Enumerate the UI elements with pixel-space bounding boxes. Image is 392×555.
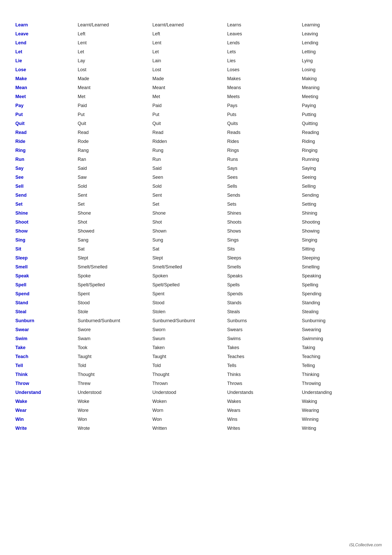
verb-col-3: Leaves bbox=[227, 29, 302, 38]
table-row: SaySaidSaidSaysSaying bbox=[15, 164, 377, 173]
verb-col-3: Sells bbox=[227, 182, 302, 191]
verb-base: Sell bbox=[15, 182, 78, 191]
table-row: SitSatSatSitsSitting bbox=[15, 245, 377, 254]
verb-col-4: Losing bbox=[302, 65, 377, 74]
verb-col-2: Lain bbox=[153, 56, 227, 65]
verb-base: Show bbox=[15, 227, 78, 236]
table-row: UnderstandUnderstoodUnderstoodUnderstand… bbox=[15, 388, 377, 397]
table-row: QuitQuitQuitQuitsQuitting bbox=[15, 119, 377, 128]
table-row: SingSangSungSingsSinging bbox=[15, 236, 377, 245]
verb-col-1: Lost bbox=[78, 65, 152, 74]
verb-col-1: Rode bbox=[78, 137, 152, 146]
verb-col-2: Spelt/Spelled bbox=[153, 280, 227, 289]
verb-base: Say bbox=[15, 164, 78, 173]
verb-col-2: Slept bbox=[153, 254, 227, 263]
verb-col-4: Sending bbox=[302, 191, 377, 200]
verb-base: Shine bbox=[15, 209, 78, 218]
verb-col-4: Swimming bbox=[302, 334, 377, 343]
table-row: StandStoodStoodStandsStanding bbox=[15, 298, 377, 307]
table-row: SellSoldSoldSellsSelling bbox=[15, 182, 377, 191]
verb-col-1: Wore bbox=[78, 406, 152, 415]
verb-col-1: Learnt/Learned bbox=[78, 20, 152, 29]
verb-col-1: Rang bbox=[78, 146, 152, 155]
table-row: SetSetSetSetsSetting bbox=[15, 200, 377, 209]
verb-col-4: Standing bbox=[302, 298, 377, 307]
verb-col-1: Let bbox=[78, 47, 152, 56]
verb-col-3: Means bbox=[227, 83, 302, 92]
verb-col-1: Understood bbox=[78, 388, 152, 397]
verb-col-4: Wearing bbox=[302, 406, 377, 415]
verb-col-4: Meeting bbox=[302, 92, 377, 101]
verb-col-2: Woken bbox=[153, 397, 227, 406]
verb-col-4: Meaning bbox=[302, 83, 377, 92]
verb-col-2: Swum bbox=[153, 334, 227, 343]
verb-base: Wake bbox=[15, 397, 78, 406]
table-row: SpellSpelt/SpelledSpelt/SpelledSpellsSpe… bbox=[15, 280, 377, 289]
table-row: LeaveLeftLeftLeavesLeaving bbox=[15, 29, 377, 38]
verb-col-2: Taught bbox=[153, 352, 227, 361]
verb-col-3: Understands bbox=[227, 388, 302, 397]
verb-col-2: Paid bbox=[153, 101, 227, 110]
verb-col-2: Sent bbox=[153, 191, 227, 200]
verb-col-1: Swore bbox=[78, 325, 152, 334]
verb-col-4: Throwing bbox=[302, 379, 377, 388]
verb-col-4: Stealing bbox=[302, 307, 377, 316]
table-row: RideRodeRiddenRidesRiding bbox=[15, 137, 377, 146]
verb-base: Sing bbox=[15, 236, 78, 245]
verb-col-2: Ridden bbox=[153, 137, 227, 146]
verb-base: Write bbox=[15, 424, 78, 433]
verb-col-3: Lets bbox=[227, 47, 302, 56]
table-row: ThrowThrewThrownThrowsThrowing bbox=[15, 379, 377, 388]
verb-col-3: Shows bbox=[227, 227, 302, 236]
table-row: TellToldToldTellsTelling bbox=[15, 361, 377, 370]
verb-col-1: Left bbox=[78, 29, 152, 38]
table-row: SmellSmelt/SmelledSmelt/SmelledSmellsSme… bbox=[15, 263, 377, 271]
verb-col-2: Learnt/Learned bbox=[153, 20, 227, 29]
verb-col-2: Sat bbox=[153, 245, 227, 254]
verb-col-1: Stole bbox=[78, 307, 152, 316]
verb-col-2: Sung bbox=[153, 236, 227, 245]
verb-col-4: Winning bbox=[302, 415, 377, 424]
verb-col-3: Wakes bbox=[227, 397, 302, 406]
verb-base: Sleep bbox=[15, 254, 78, 263]
verb-base: See bbox=[15, 173, 78, 182]
table-row: LoseLostLostLosesLosing bbox=[15, 65, 377, 74]
verb-col-4: Setting bbox=[302, 200, 377, 209]
verb-col-4: Telling bbox=[302, 361, 377, 370]
verb-base: Spend bbox=[15, 289, 78, 298]
verb-col-4: Showing bbox=[302, 227, 377, 236]
verb-col-1: Woke bbox=[78, 397, 152, 406]
verb-col-1: Sold bbox=[78, 182, 152, 191]
verb-col-1: Spent bbox=[78, 289, 152, 298]
verb-col-2: Run bbox=[153, 155, 227, 164]
table-row: TakeTookTakenTakesTaking bbox=[15, 343, 377, 352]
verb-base: Swim bbox=[15, 334, 78, 343]
verb-col-4: Putting bbox=[302, 110, 377, 119]
verb-col-4: Thinking bbox=[302, 370, 377, 379]
table-row: SendSentSentSendsSending bbox=[15, 191, 377, 200]
verb-col-2: Sworn bbox=[153, 325, 227, 334]
verb-col-3: Quits bbox=[227, 119, 302, 128]
verb-base: Mean bbox=[15, 83, 78, 92]
verb-col-2: Lost bbox=[153, 65, 227, 74]
table-row: SwearSworeSwornSwearsSwearing bbox=[15, 325, 377, 334]
verb-col-2: Made bbox=[153, 74, 227, 83]
table-row: WinWonWonWinsWinning bbox=[15, 415, 377, 424]
verb-col-4: Smelling bbox=[302, 263, 377, 271]
verb-col-1: Wrote bbox=[78, 424, 152, 433]
verb-base: Tell bbox=[15, 361, 78, 370]
verb-col-2: Rung bbox=[153, 146, 227, 155]
verb-col-4: Seeing bbox=[302, 173, 377, 182]
verb-col-3: Smells bbox=[227, 263, 302, 271]
verb-base: Run bbox=[15, 155, 78, 164]
verb-col-3: Teaches bbox=[227, 352, 302, 361]
verb-col-3: Sleeps bbox=[227, 254, 302, 263]
verb-col-1: Lent bbox=[78, 38, 152, 47]
verb-col-4: Letting bbox=[302, 47, 377, 56]
verb-col-4: Riding bbox=[302, 137, 377, 146]
table-row: RunRanRunRunsRunning bbox=[15, 155, 377, 164]
verb-col-4: Leaving bbox=[302, 29, 377, 38]
verb-col-2: Stolen bbox=[153, 307, 227, 316]
verb-col-1: Took bbox=[78, 343, 152, 352]
table-row: ShootShotShotShootsShooting bbox=[15, 218, 377, 227]
